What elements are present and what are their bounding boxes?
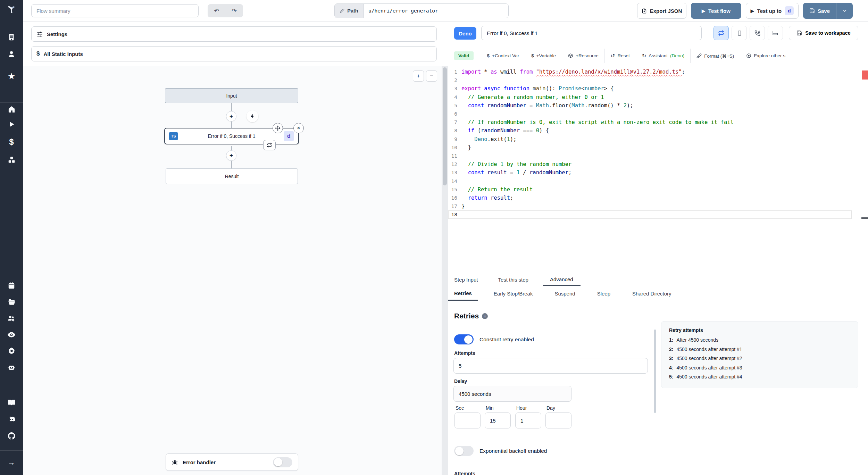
code-line[interactable]: 18 <box>448 210 852 219</box>
insert-step-button[interactable]: + <box>226 150 236 161</box>
assistant-button[interactable]: ↻ Assistant (Deno) <box>636 49 691 63</box>
all-static-inputs-button[interactable]: $ All Static Inputs <box>31 46 437 61</box>
collapse-arrow-icon[interactable]: → <box>0 459 23 466</box>
docs-book-icon[interactable] <box>0 398 23 407</box>
export-json-button[interactable]: Export JSON <box>637 3 686 19</box>
save-to-workspace-button[interactable]: Save to workspace <box>789 26 858 40</box>
tab-advanced[interactable]: Advanced <box>543 274 581 286</box>
flow-summary-input[interactable] <box>31 4 199 17</box>
refresh-icon: ↻ <box>642 53 646 59</box>
line-number: 14 <box>448 178 461 184</box>
delete-step-button[interactable]: × <box>293 123 304 133</box>
zoom-in-button[interactable]: + <box>413 70 424 82</box>
explore-scripts-button[interactable]: Explore other s <box>740 49 791 63</box>
code-line[interactable]: 3export async function main(): Promise<n… <box>448 84 852 93</box>
input-node[interactable]: Input <box>165 88 298 103</box>
code-editor[interactable]: 1import * as wmill from "https://deno.la… <box>448 68 852 269</box>
min-input[interactable] <box>485 412 511 428</box>
code-line[interactable]: 10 } <box>448 143 852 152</box>
code-line[interactable]: 12 // Divide 1 by the random number <box>448 160 852 168</box>
tab-test-this-step[interactable]: Test this step <box>492 274 534 286</box>
code-line[interactable]: 5 const randomNumber = Math.floor(Math.r… <box>448 101 852 110</box>
format-button[interactable]: Format (⌘+S) <box>691 49 740 63</box>
trigger-bolt-button[interactable] <box>247 110 258 122</box>
delay-input[interactable] <box>453 386 571 402</box>
phone-call-icon-button[interactable] <box>750 26 765 40</box>
add-variable-button[interactable]: $+Variable <box>525 49 562 63</box>
undo-button[interactable]: ↶ <box>208 4 225 17</box>
runs-play-icon[interactable] <box>0 121 23 128</box>
exponential-backoff-toggle[interactable] <box>454 446 474 456</box>
workspace-building-icon[interactable] <box>0 33 23 41</box>
resources-cubes-icon[interactable] <box>0 156 23 164</box>
window-icon-button[interactable] <box>732 26 747 40</box>
code-line[interactable]: 2 <box>448 76 852 84</box>
github-icon[interactable] <box>0 432 23 440</box>
home-icon[interactable] <box>0 105 23 113</box>
error-handler-card[interactable]: Error handler <box>166 453 298 471</box>
flow-scrollbar[interactable] <box>442 66 448 475</box>
flow-settings-button[interactable]: Settings <box>31 26 437 42</box>
subtab-shared-directory[interactable]: Shared Directory <box>626 286 677 301</box>
insert-step-button[interactable]: + <box>226 111 236 122</box>
constant-retry-label: Constant retry enabled <box>479 336 534 343</box>
tab-step-input[interactable]: Step Input <box>448 274 484 286</box>
reset-button[interactable]: ↺ Reset <box>605 49 636 63</box>
save-button[interactable]: Save <box>803 3 836 19</box>
subtab-retries[interactable]: Retries <box>448 286 478 301</box>
settings-gear-icon[interactable] <box>0 347 23 355</box>
redo-button[interactable]: ↷ <box>225 4 243 17</box>
zoom-out-button[interactable]: − <box>426 70 437 82</box>
constant-retry-toggle[interactable] <box>454 334 474 344</box>
hour-input[interactable] <box>515 412 541 428</box>
retry-indicator-button[interactable] <box>263 140 276 150</box>
audit-eye-icon[interactable] <box>0 331 23 339</box>
attempts-input[interactable] <box>453 358 648 374</box>
user-icon[interactable] <box>0 50 23 58</box>
sec-input[interactable] <box>454 412 481 428</box>
bed-icon-button[interactable] <box>768 26 783 40</box>
subtab-sleep[interactable]: Sleep <box>591 286 616 301</box>
add-context-var-button[interactable]: $+Context Var <box>481 49 525 63</box>
content-scrollbar[interactable] <box>654 330 656 413</box>
retry-attempt-item: 1:After 4500 seconds <box>669 337 850 343</box>
add-resource-button[interactable]: +Resource <box>562 49 604 63</box>
favorites-star-icon[interactable]: ★ <box>0 73 23 80</box>
step-tabs: Step Input Test this step Advanced <box>448 274 868 286</box>
code-line[interactable]: 15 // Return the result <box>448 185 852 194</box>
flow-canvas[interactable]: + − Input + TS Error if 0, Success if 1 … <box>23 66 442 475</box>
variables-dollar-icon[interactable]: $ <box>0 138 23 146</box>
subtab-suspend[interactable]: Suspend <box>549 286 581 301</box>
result-node[interactable]: Result <box>166 168 298 184</box>
code-line[interactable]: 8 if (randomNumber === 0) { <box>448 126 852 135</box>
path-input[interactable] <box>364 4 508 18</box>
code-line[interactable]: 14 <box>448 177 852 185</box>
code-line[interactable]: 4 // Generate a random number, either 0 … <box>448 93 852 101</box>
code-line[interactable]: 17} <box>448 202 852 210</box>
groups-users-gear-icon[interactable] <box>0 314 23 323</box>
workers-robot-icon[interactable] <box>0 363 23 372</box>
error-handler-toggle[interactable] <box>273 457 292 467</box>
day-input[interactable] <box>545 412 571 428</box>
code-line[interactable]: 1import * as wmill from "https://deno.la… <box>448 68 852 76</box>
save-menu-button[interactable] <box>836 3 853 19</box>
subtab-early-stop[interactable]: Early Stop/Break <box>488 286 539 301</box>
attempts-label: Attempts <box>454 350 475 356</box>
code-line[interactable]: 7 // If randomNumber is 0, exit the scri… <box>448 118 852 126</box>
windmill-logo-icon[interactable] <box>0 4 23 15</box>
info-icon[interactable]: i <box>482 313 488 319</box>
code-line[interactable]: 16 return result; <box>448 194 852 202</box>
folders-icon[interactable] <box>0 298 23 306</box>
code-line[interactable]: 6 <box>448 110 852 118</box>
code-line[interactable]: 13 const result = 1 / randomNumber; <box>448 168 852 177</box>
step-title-input[interactable] <box>481 26 702 40</box>
discord-icon[interactable] <box>0 415 23 424</box>
loop-icon-button[interactable] <box>713 26 729 40</box>
code-line[interactable]: 11 <box>448 152 852 160</box>
test-up-to-button[interactable]: ▶ Test up to d <box>746 3 799 19</box>
move-step-handle[interactable] <box>273 123 283 133</box>
code-line[interactable]: 9 Deno.exit(1); <box>448 135 852 143</box>
line-number: 1 <box>448 69 461 75</box>
schedules-calendar-icon[interactable] <box>0 282 23 289</box>
test-flow-button[interactable]: ▶ Test flow <box>691 3 741 19</box>
